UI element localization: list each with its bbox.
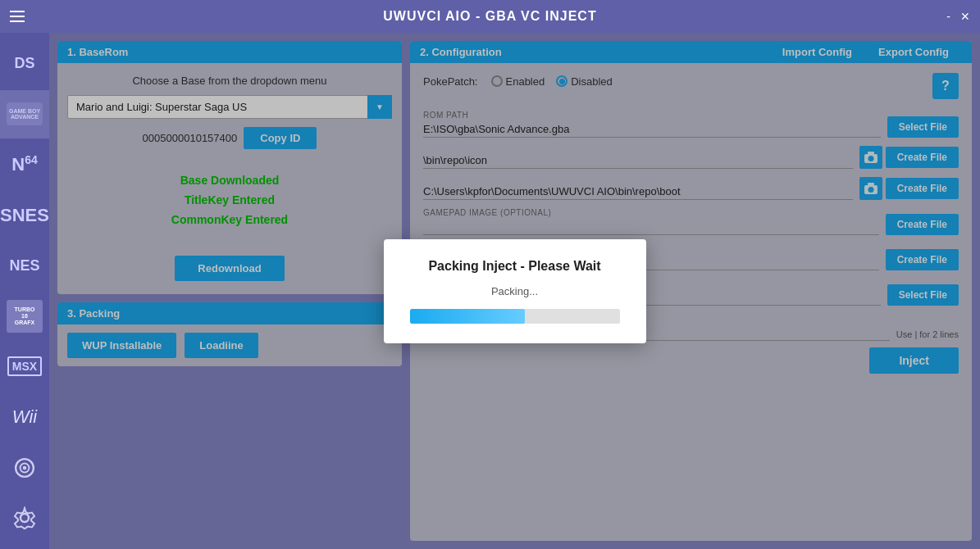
modal-overlay: Packing Inject - Please Wait Packing... [49, 33, 980, 549]
svg-point-2 [23, 465, 27, 470]
minimize-button[interactable]: - [946, 10, 950, 23]
modal-box: Packing Inject - Please Wait Packing... [384, 239, 646, 343]
nes-label: NES [9, 257, 39, 274]
window-controls: - ✕ [946, 0, 970, 33]
sidebar-item-nes[interactable]: NES [0, 241, 49, 290]
gc-icon [13, 456, 36, 479]
sidebar-item-settings[interactable] [0, 493, 49, 542]
sidebar-item-tg[interactable]: TURBO16GRAFX [0, 292, 49, 341]
wii-label: Wii [12, 406, 37, 428]
sidebar: DS GAME BOY ADVANCE N64 SNES NES TURBO16… [0, 33, 49, 549]
hamburger-menu[interactable] [10, 0, 25, 33]
progress-bar-background [410, 309, 620, 324]
content-area: 1. BaseRom Choose a Base from the dropdo… [49, 33, 980, 549]
sidebar-item-gc[interactable] [0, 443, 49, 492]
progress-bar-fill [410, 309, 526, 324]
snes-label: SNES [0, 205, 49, 226]
close-button[interactable]: ✕ [960, 10, 970, 23]
main-layout: DS GAME BOY ADVANCE N64 SNES NES TURBO16… [0, 33, 980, 549]
n64-label: N64 [11, 153, 37, 175]
ds-label: DS [14, 55, 34, 72]
settings-icon [13, 506, 36, 529]
sidebar-item-snes[interactable]: SNES [0, 191, 49, 240]
sidebar-item-gba[interactable]: GAME BOY ADVANCE [0, 90, 49, 139]
msx-label: MSX [7, 356, 42, 376]
sidebar-item-n64[interactable]: N64 [0, 140, 49, 189]
modal-title: Packing Inject - Please Wait [428, 259, 600, 274]
svg-point-3 [21, 514, 29, 522]
hamburger-icon [10, 11, 25, 22]
sidebar-item-wii[interactable]: Wii [0, 392, 49, 442]
tg-logo: TURBO16GRAFX [7, 300, 43, 333]
title-bar: UWUVCI AIO - GBA VC INJECT - ✕ [0, 0, 980, 33]
modal-subtitle: Packing... [491, 285, 538, 297]
gba-logo: GAME BOY ADVANCE [7, 102, 43, 125]
app-title: UWUVCI AIO - GBA VC INJECT [383, 9, 596, 24]
sidebar-item-msx[interactable]: MSX [0, 343, 49, 392]
sidebar-item-ds[interactable]: DS [0, 39, 49, 88]
